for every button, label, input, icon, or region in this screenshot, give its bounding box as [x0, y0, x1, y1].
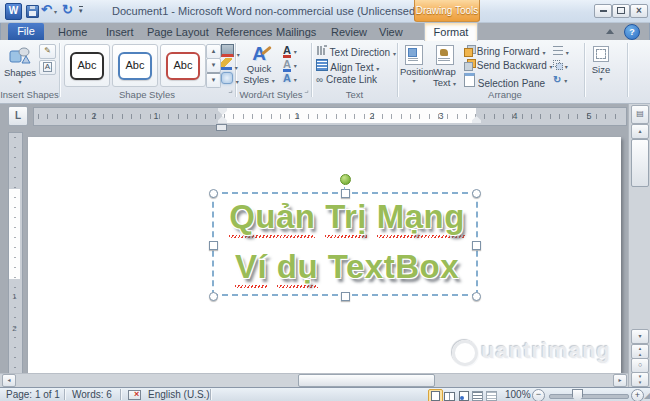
- group-objects-button[interactable]: ▾: [553, 59, 568, 72]
- zoom-slider-thumb[interactable]: [572, 389, 583, 401]
- size-dropdown-arrow: ▾: [588, 75, 614, 82]
- view-full-screen-button[interactable]: [442, 389, 457, 401]
- resize-handle-top[interactable]: [341, 189, 350, 198]
- wordart-styles-dialog-launcher[interactable]: ⌐: [302, 88, 311, 97]
- wordart-word[interactable]: dụ: [277, 248, 318, 288]
- resize-grip[interactable]: ◢: [644, 391, 650, 400]
- resize-handle-bottom-right[interactable]: [472, 292, 481, 301]
- textbox-shape[interactable]: Quản Trị Mạng Ví dụ TextBox: [212, 192, 478, 296]
- tab-mailings[interactable]: Mailings: [276, 26, 316, 38]
- scroll-left-arrow[interactable]: ◂: [2, 374, 16, 387]
- scroll-down-arrow[interactable]: ▾: [631, 329, 649, 344]
- previous-page-button[interactable]: ▴▴: [631, 344, 649, 359]
- undo-icon[interactable]: ↶: [41, 2, 52, 17]
- tab-home[interactable]: Home: [58, 26, 87, 38]
- vertical-scrollbar-thumb[interactable]: [631, 139, 649, 187]
- wordart-word[interactable]: Quản: [229, 198, 315, 238]
- view-outline-button[interactable]: [470, 389, 485, 401]
- zoom-in-button[interactable]: +: [631, 389, 644, 401]
- next-page-button[interactable]: ▾▾: [631, 372, 649, 387]
- draw-text-box-button[interactable]: A: [39, 60, 56, 75]
- tab-review[interactable]: Review: [331, 26, 367, 38]
- styles-more-button[interactable]: ▾: [206, 72, 221, 88]
- shape-outline-button[interactable]: ▾: [221, 58, 238, 71]
- resize-handle-right[interactable]: [472, 241, 481, 250]
- language-indicator[interactable]: English (U.S.): [148, 389, 210, 400]
- size-button[interactable]: Size ▾: [588, 43, 614, 89]
- wordart-word[interactable]: Trị: [325, 198, 367, 238]
- scroll-up-arrow[interactable]: ▴: [631, 124, 649, 139]
- shape-fill-button[interactable]: ▾: [221, 44, 240, 57]
- zoom-slider-track[interactable]: [549, 394, 629, 399]
- select-browse-object-button[interactable]: ○: [631, 358, 649, 373]
- tab-view[interactable]: View: [379, 26, 403, 38]
- redo-icon[interactable]: ↻: [62, 2, 73, 17]
- horizontal-scrollbar-thumb[interactable]: [298, 374, 435, 387]
- shape-styles-dialog-launcher[interactable]: ⌐: [226, 88, 235, 97]
- left-indent-marker[interactable]: [216, 124, 227, 131]
- tab-format[interactable]: Format: [424, 22, 478, 41]
- text-effects-button[interactable]: A ▾: [283, 72, 297, 85]
- proofing-status-icon[interactable]: ×: [128, 389, 141, 400]
- restore-button[interactable]: [612, 4, 630, 18]
- wordart-word[interactable]: TextBox: [328, 248, 459, 285]
- shape-effects-button[interactable]: ▾: [221, 72, 239, 85]
- tab-stop-selector[interactable]: L: [8, 106, 28, 126]
- shape-style-2[interactable]: Abc: [112, 44, 158, 87]
- minimize-button[interactable]: [594, 4, 612, 18]
- resize-handle-top-right[interactable]: [472, 189, 481, 198]
- wrap-text-button[interactable]: Wrap Text ▾: [431, 43, 458, 89]
- view-ruler-toggle[interactable]: ▤: [631, 105, 649, 124]
- wordart-word[interactable]: Mạng: [377, 198, 465, 238]
- send-backward-button[interactable]: Send Backward ▾: [464, 59, 553, 72]
- tab-insert[interactable]: Insert: [106, 26, 134, 38]
- view-print-layout-button[interactable]: [428, 389, 443, 401]
- shape-style-3[interactable]: Abc: [160, 44, 206, 87]
- scroll-right-arrow[interactable]: ▸: [613, 374, 627, 387]
- align-text-button[interactable]: Align Text ▾: [316, 59, 379, 72]
- shape-style-1[interactable]: Abc: [64, 44, 110, 87]
- page-indicator[interactable]: Page: 1 of 1: [6, 389, 60, 400]
- wordart-line-2[interactable]: Ví dụ TextBox: [214, 244, 480, 290]
- wordart-line-1[interactable]: Quản Trị Mạng: [214, 194, 480, 240]
- align-objects-button[interactable]: ▾: [553, 45, 569, 58]
- undo-dropdown-arrow[interactable]: ▾: [54, 8, 57, 15]
- bring-forward-button[interactable]: Bring Forward ▾: [464, 45, 545, 58]
- rotation-handle[interactable]: [340, 174, 351, 185]
- create-link-button[interactable]: ∞ Create Link: [316, 73, 377, 86]
- view-web-layout-button[interactable]: [456, 389, 471, 401]
- shapes-icon: [9, 45, 31, 65]
- position-button[interactable]: Position ▾: [400, 43, 428, 89]
- tab-page-layout[interactable]: Page Layout: [147, 26, 209, 38]
- text-direction-button[interactable]: Text Direction ▾: [316, 45, 396, 58]
- minimize-ribbon-icon[interactable]: [606, 29, 614, 34]
- styles-scroll-up[interactable]: ▴: [206, 44, 221, 59]
- ruler-number: 5: [584, 111, 594, 121]
- edit-shape-icon: ✎: [44, 46, 51, 55]
- selection-pane-button[interactable]: Selection Pane: [464, 73, 545, 86]
- quick-styles-button[interactable]: A Quick Styles ▾: [240, 43, 278, 89]
- text-fill-button[interactable]: A ▾: [283, 44, 297, 57]
- word-count[interactable]: Words: 6: [72, 389, 112, 400]
- resize-handle-left[interactable]: [209, 241, 218, 250]
- rotate-objects-button[interactable]: ↻ ▾: [553, 73, 567, 86]
- view-draft-button[interactable]: [484, 389, 499, 401]
- close-button[interactable]: ×: [630, 4, 648, 18]
- save-icon[interactable]: [26, 5, 39, 18]
- styles-scroll-down[interactable]: ▾: [206, 58, 221, 73]
- edit-shape-button[interactable]: ✎: [39, 44, 56, 59]
- text-outline-button[interactable]: A ▾: [283, 58, 297, 71]
- word-app-icon[interactable]: W: [5, 3, 22, 20]
- zoom-out-button[interactable]: −: [532, 389, 545, 401]
- align-text-icon: [316, 59, 328, 71]
- qat-customize-icon[interactable]: ▾: [79, 6, 83, 15]
- resize-handle-bottom[interactable]: [341, 292, 350, 301]
- shapes-button[interactable]: Shapes ▾: [3, 43, 37, 89]
- zoom-level[interactable]: 100%: [505, 389, 531, 400]
- resize-handle-bottom-left[interactable]: [209, 292, 218, 301]
- wordart-word[interactable]: Ví: [235, 248, 267, 288]
- resize-handle-top-left[interactable]: [209, 189, 218, 198]
- tab-file[interactable]: File: [8, 23, 44, 40]
- tab-references[interactable]: References: [216, 26, 272, 38]
- help-icon[interactable]: ?: [624, 24, 640, 40]
